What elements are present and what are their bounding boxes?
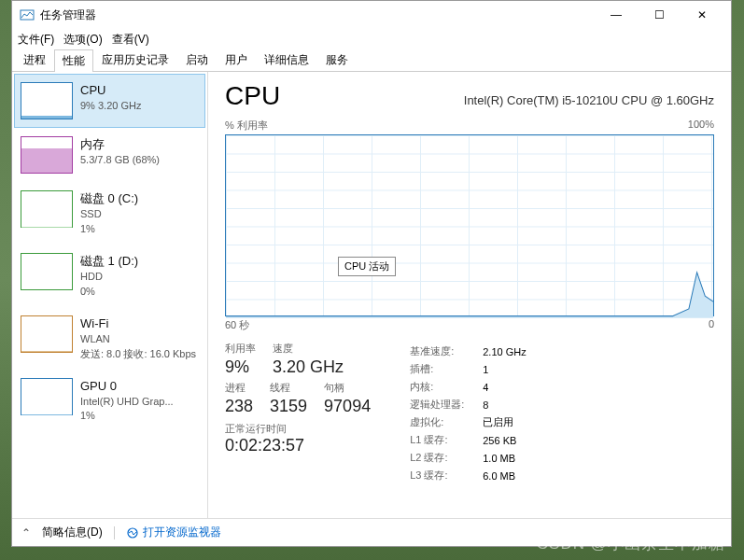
stat-cell: 句柄97094 — [324, 381, 371, 416]
stat-label: 线程 — [270, 381, 307, 395]
stat-cell: 进程238 — [225, 381, 253, 416]
menu-view[interactable]: 查看(V) — [112, 32, 149, 48]
app-icon — [20, 7, 35, 22]
tab-应用历史记录[interactable]: 应用历史记录 — [93, 49, 177, 71]
spec-label: 虚拟化: — [410, 414, 481, 430]
sidebar-item-mem-1[interactable]: 内存5.3/7.8 GB (68%) — [14, 128, 205, 182]
sidebar-item-sub: SSD — [80, 207, 138, 221]
sidebar-item-disk-3[interactable]: 磁盘 1 (D:)HDD0% — [14, 245, 205, 307]
chart-top-labels: % 利用率 100% — [225, 119, 714, 133]
uptime-value: 0:02:23:57 — [225, 436, 371, 455]
tab-性能[interactable]: 性能 — [54, 49, 93, 72]
chart-xmin: 0 — [709, 318, 714, 332]
main-panel: CPU Intel(R) Core(TM) i5-10210U CPU @ 1.… — [208, 72, 731, 518]
spec-row: 虚拟化:已启用 — [410, 414, 526, 430]
sidebar-item-sub2: 0% — [80, 285, 138, 299]
stat-value: 9% — [225, 357, 256, 377]
thumb-icon — [21, 190, 73, 228]
sidebar-item-name: CPU — [80, 82, 141, 99]
thumb-icon — [21, 253, 73, 290]
sidebar-item-disk-2[interactable]: 磁盘 0 (C:)SSD1% — [14, 182, 205, 245]
sidebar-item-gpu-5[interactable]: GPU 0Intel(R) UHD Grap...1% — [14, 370, 205, 432]
tab-用户[interactable]: 用户 — [217, 49, 256, 71]
stats-big: 利用率9%速度3.20 GHz进程238线程3159句柄97094 正常运行时间… — [225, 342, 371, 485]
spec-label: L2 缓存: — [410, 450, 481, 466]
fewer-details-link[interactable]: 简略信息(D) — [42, 525, 103, 540]
sidebar-item-net-4[interactable]: Wi-FiWLAN发送: 8.0 接收: 16.0 Kbps — [14, 307, 205, 370]
divider — [114, 526, 115, 539]
cpu-title: CPU — [225, 81, 280, 111]
sidebar-item-name: 磁盘 0 (C:) — [80, 190, 138, 207]
thumb-icon — [21, 378, 73, 415]
tab-详细信息[interactable]: 详细信息 — [256, 49, 317, 71]
minimize-button[interactable]: — — [595, 1, 638, 29]
spec-row: 逻辑处理器:8 — [410, 397, 526, 413]
sidebar-item-cpu-0[interactable]: CPU9% 3.20 GHz — [14, 74, 205, 128]
chevron-up-icon[interactable]: ⌃ — [21, 526, 31, 539]
content: CPU9% 3.20 GHz内存5.3/7.8 GB (68%)磁盘 0 (C:… — [12, 72, 731, 518]
window-buttons: — ☐ ✕ — [595, 1, 723, 29]
spec-label: 内核: — [410, 379, 481, 395]
spec-value: 256 KB — [483, 432, 526, 448]
chart-ymax: 100% — [688, 119, 714, 133]
stat-cell: 线程3159 — [270, 381, 307, 416]
watermark: CSDN @小幽余生不加糖 — [537, 533, 725, 554]
spec-value: 2.10 GHz — [483, 343, 526, 359]
spec-value: 1 — [483, 361, 526, 377]
window-title: 任务管理器 — [40, 7, 595, 23]
thumb-icon — [21, 315, 73, 353]
spec-row: 内核:4 — [410, 379, 526, 395]
stat-value: 3.20 GHz — [273, 357, 344, 377]
stat-row: 进程238线程3159句柄97094 — [225, 381, 371, 416]
maximize-button[interactable]: ☐ — [638, 1, 681, 29]
close-button[interactable]: ✕ — [681, 1, 723, 29]
stat-value: 3159 — [270, 397, 307, 416]
stats-small: 基准速度:2.10 GHz插槽:1内核:4逻辑处理器:8虚拟化:已启用L1 缓存… — [408, 342, 528, 485]
sidebar-item-name: 磁盘 1 (D:) — [80, 253, 138, 270]
sidebar-item-sub2: 1% — [80, 409, 174, 423]
chart-xmax: 60 秒 — [225, 318, 249, 332]
stat-label: 利用率 — [225, 342, 256, 356]
menu-file[interactable]: 文件(F) — [18, 32, 54, 48]
menu-options[interactable]: 选项(O) — [63, 32, 102, 48]
chart-bottom-labels: 60 秒 0 — [225, 318, 714, 332]
menubar: 文件(F) 选项(O) 查看(V) — [12, 29, 731, 49]
cpu-header: CPU Intel(R) Core(TM) i5-10210U CPU @ 1.… — [225, 81, 714, 111]
sidebar-item-name: 内存 — [80, 136, 160, 153]
stat-label: 进程 — [225, 381, 253, 395]
spec-label: 基准速度: — [410, 343, 481, 359]
spec-label: L3 缓存: — [410, 468, 481, 483]
spec-label: 插槽: — [410, 361, 481, 377]
spec-label: L1 缓存: — [410, 432, 481, 448]
spec-value: 1.0 MB — [483, 450, 526, 466]
tab-进程[interactable]: 进程 — [15, 49, 54, 71]
stat-value: 238 — [225, 397, 253, 416]
spec-value: 6.0 MB — [483, 468, 526, 483]
stat-row: 利用率9%速度3.20 GHz — [225, 342, 371, 377]
chart-tooltip: CPU 活动 — [338, 257, 396, 276]
spec-row: 插槽:1 — [410, 361, 526, 377]
sidebar-item-sub2: 1% — [80, 222, 138, 236]
spec-row: 基准速度:2.10 GHz — [410, 343, 526, 359]
spec-value: 已启用 — [483, 414, 526, 430]
sidebar-item-sub2: 发送: 8.0 接收: 16.0 Kbps — [80, 347, 196, 361]
cpu-chart[interactable]: CPU 活动 — [225, 134, 714, 316]
stats: 利用率9%速度3.20 GHz进程238线程3159句柄97094 正常运行时间… — [225, 342, 714, 485]
stat-label: 句柄 — [324, 381, 371, 395]
uptime-label: 正常运行时间 — [225, 422, 371, 436]
chart-line — [226, 135, 713, 318]
open-resmon-link[interactable]: 打开资源监视器 — [126, 525, 221, 540]
thumb-icon — [21, 82, 73, 119]
titlebar[interactable]: 任务管理器 — ☐ ✕ — [12, 1, 731, 29]
stat-cell: 速度3.20 GHz — [273, 342, 344, 377]
stat-label: 速度 — [273, 342, 344, 356]
sidebar-item-sub: 5.3/7.8 GB (68%) — [80, 153, 160, 167]
sidebar-item-sub: WLAN — [80, 332, 196, 346]
sidebar: CPU9% 3.20 GHz内存5.3/7.8 GB (68%)磁盘 0 (C:… — [12, 72, 208, 518]
spec-value: 8 — [483, 397, 526, 413]
tab-启动[interactable]: 启动 — [177, 49, 217, 71]
resmon-icon — [126, 526, 139, 539]
sidebar-item-name: GPU 0 — [80, 378, 174, 395]
tab-服务[interactable]: 服务 — [317, 49, 357, 71]
sidebar-item-name: Wi-Fi — [80, 315, 196, 332]
